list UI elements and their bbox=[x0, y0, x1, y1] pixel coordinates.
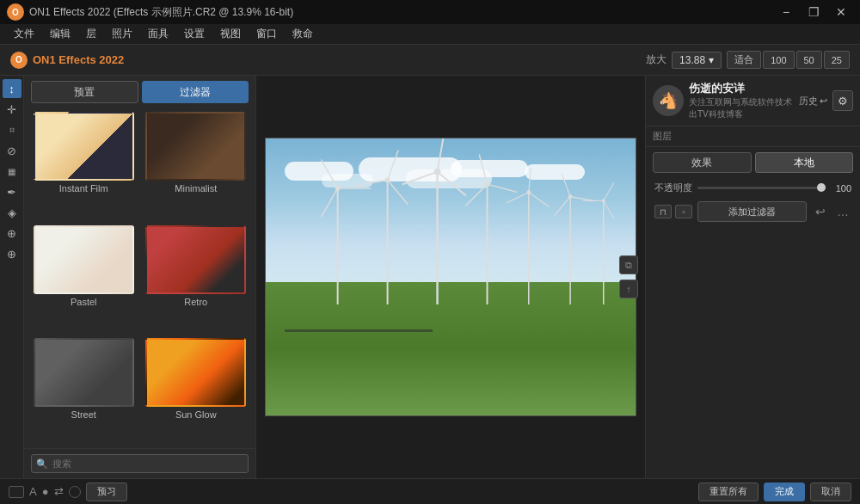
right-panel: 🐴 伤逝的安详 关注互联网与系统软件技术出TV科技博客 历史 ↩ ⚙ 图层 效果… bbox=[645, 76, 860, 478]
main-toolbar: O ON1 Effects 2022 放大 13.88 ▾ 适合 100 50 … bbox=[0, 45, 860, 76]
preset-grid: Instant Film Minimalist Pastel Retro Str… bbox=[24, 108, 255, 448]
preset-thumb-instant bbox=[34, 112, 134, 181]
add-filter-row: ⊓ ▫ 添加过滤器 ↩ … bbox=[646, 198, 860, 225]
fit-button[interactable]: 适合 bbox=[727, 51, 761, 69]
menu-settings[interactable]: 设置 bbox=[177, 25, 212, 43]
watermark-title: 伤逝的安详 bbox=[689, 81, 794, 96]
search-bar: 🔍 bbox=[24, 448, 255, 478]
settings-gear-button[interactable]: ⚙ bbox=[832, 90, 853, 111]
menu-edit[interactable]: 编辑 bbox=[43, 25, 77, 43]
fit-100-button[interactable]: 100 bbox=[763, 51, 794, 69]
preset-tabs: 预置 过滤器 bbox=[24, 76, 255, 108]
list-item[interactable]: Street bbox=[31, 338, 137, 445]
opacity-thumb bbox=[817, 183, 826, 192]
app-logo: O ON1 Effects 2022 bbox=[10, 52, 124, 69]
tool-heal[interactable]: ⊕ bbox=[3, 224, 22, 243]
filter-reset-icon[interactable]: ↩ bbox=[812, 203, 829, 220]
fit-50-button[interactable]: 50 bbox=[796, 51, 822, 69]
svg-line-19 bbox=[465, 184, 487, 206]
menu-view[interactable]: 视图 bbox=[213, 25, 248, 43]
zoom-dropdown-arrow: ▾ bbox=[709, 54, 714, 66]
layer-indicator bbox=[9, 486, 24, 498]
search-icon: 🔍 bbox=[36, 458, 48, 470]
tool-move[interactable]: ↕ bbox=[3, 79, 22, 98]
bottom-circle-icon: ● bbox=[42, 485, 49, 498]
opacity-value: 100 bbox=[831, 183, 851, 194]
preset-thumb-street bbox=[34, 338, 134, 407]
svg-line-4 bbox=[321, 188, 337, 217]
layer-icon-square[interactable]: ▫ bbox=[675, 205, 692, 218]
preset-name-sunglow: Sun Glow bbox=[175, 409, 217, 420]
preset-thumb-minimalist bbox=[145, 112, 246, 181]
tab-local[interactable]: 本地 bbox=[755, 152, 854, 173]
reset-all-button[interactable]: 重置所有 bbox=[698, 482, 759, 501]
list-item[interactable]: Sun Glow bbox=[144, 338, 249, 445]
circle-indicator bbox=[69, 486, 81, 498]
search-input[interactable] bbox=[31, 454, 249, 473]
watermark-logo: 🐴 bbox=[653, 85, 684, 116]
app-icon: O bbox=[7, 3, 24, 21]
titlebar-left: O ON1 Effects 2022 (Effects 示例照片.CR2 @ 1… bbox=[7, 3, 293, 21]
done-button[interactable]: 完成 bbox=[764, 482, 805, 501]
tool-stamp[interactable]: ◈ bbox=[3, 203, 22, 222]
history-button[interactable]: 历史 ↩ bbox=[799, 95, 827, 108]
history-undo-icon: ↩ bbox=[820, 95, 827, 107]
bottombar-left: A ● ⇄ 预习 bbox=[9, 482, 127, 501]
tab-filters[interactable]: 过滤器 bbox=[142, 81, 249, 103]
tab-effects[interactable]: 效果 bbox=[653, 152, 752, 173]
list-item[interactable]: Pastel bbox=[31, 225, 137, 332]
windmills-svg bbox=[266, 138, 636, 304]
svg-line-14 bbox=[402, 172, 438, 185]
tools-panel: ↕ ✛ ⌗ ⊘ ▦ ✒ ◈ ⊕ ⊕ bbox=[0, 76, 24, 478]
menu-layer[interactable]: 层 bbox=[79, 25, 103, 43]
menubar: 文件 编辑 层 照片 面具 设置 视图 窗口 救命 bbox=[0, 24, 860, 45]
zoom-section: 放大 13.88 ▾ 适合 100 50 25 bbox=[646, 51, 850, 69]
add-filter-button[interactable]: 添加过滤器 bbox=[697, 201, 807, 222]
svg-line-24 bbox=[507, 193, 529, 203]
menu-window[interactable]: 窗口 bbox=[249, 25, 284, 43]
app-name: ON1 Effects 2022 bbox=[33, 53, 124, 66]
window-title: ON1 Effects 2022 (Effects 示例照片.CR2 @ 13.… bbox=[29, 5, 293, 20]
list-item[interactable]: Retro bbox=[144, 225, 249, 332]
tool-brush[interactable]: ⊘ bbox=[3, 141, 22, 160]
layer-icon-convex[interactable]: ⊓ bbox=[654, 205, 672, 218]
watermark-subtitle: 关注互联网与系统软件技术出TV科技博客 bbox=[689, 96, 794, 120]
tab-presets[interactable]: 预置 bbox=[31, 81, 138, 103]
preview-button[interactable]: 预习 bbox=[86, 482, 127, 501]
preset-name-instant: Instant Film bbox=[59, 183, 108, 194]
tool-crop[interactable]: ⌗ bbox=[3, 120, 22, 139]
opacity-label: 不透明度 bbox=[654, 181, 692, 194]
close-button[interactable]: ✕ bbox=[829, 3, 853, 21]
menu-help[interactable]: 救命 bbox=[286, 25, 320, 43]
maximize-button[interactable]: ❐ bbox=[802, 3, 826, 21]
svg-line-28 bbox=[570, 197, 595, 201]
fit-25-button[interactable]: 25 bbox=[824, 51, 850, 69]
menu-photo[interactable]: 照片 bbox=[105, 25, 139, 43]
canvas-tool-2[interactable]: ↑ bbox=[619, 280, 638, 298]
preset-thumb-pastel bbox=[34, 225, 134, 294]
tool-gradient[interactable]: ▦ bbox=[3, 162, 22, 181]
tool-pen[interactable]: ✒ bbox=[3, 182, 22, 201]
svg-line-18 bbox=[488, 184, 518, 192]
minimize-button[interactable]: − bbox=[774, 3, 798, 21]
zoom-dropdown[interactable]: 13.88 ▾ bbox=[672, 52, 722, 69]
svg-line-13 bbox=[438, 172, 466, 196]
preset-thumb-retro bbox=[145, 225, 246, 294]
tool-transform[interactable]: ✛ bbox=[3, 100, 22, 119]
canvas-tool-1[interactable]: ⧉ bbox=[619, 255, 638, 274]
zoom-value-text: 13.88 bbox=[679, 54, 705, 66]
menu-file[interactable]: 文件 bbox=[7, 25, 41, 43]
menu-mask[interactable]: 面具 bbox=[141, 25, 175, 43]
svg-line-22 bbox=[529, 168, 531, 193]
canvas-area: ⧉ ↑ bbox=[256, 76, 645, 478]
list-item[interactable]: Instant Film bbox=[31, 112, 137, 218]
preset-thumb-sunglow bbox=[145, 338, 246, 407]
list-item[interactable]: Minimalist bbox=[144, 112, 249, 218]
cancel-button[interactable]: 取消 bbox=[810, 482, 851, 501]
filter-more-icon[interactable]: … bbox=[834, 203, 851, 220]
layer-icons: ⊓ ▫ bbox=[654, 205, 692, 218]
opacity-row: 不透明度 100 bbox=[646, 178, 860, 198]
opacity-slider[interactable] bbox=[697, 187, 826, 189]
svg-line-7 bbox=[388, 151, 399, 180]
tool-zoom[interactable]: ⊕ bbox=[3, 244, 22, 263]
